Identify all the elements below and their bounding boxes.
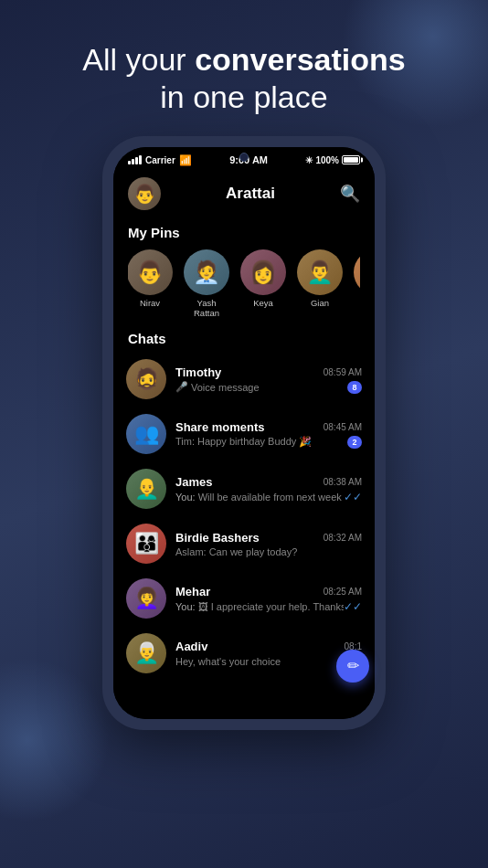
- pin-name-gian: Gian: [311, 298, 329, 308]
- pins-label: My Pins: [128, 225, 360, 240]
- search-button[interactable]: 🔍: [340, 184, 360, 204]
- status-right: ✳ 100%: [305, 155, 360, 165]
- status-time: 9:00 AM: [229, 154, 268, 165]
- app-content: 👨 Arattai 🔍 My Pins 👨 Nirav: [113, 170, 375, 719]
- pin-name-yash: YashRattan: [194, 298, 219, 319]
- chat-avatar-mehar: 👩‍🦱: [126, 578, 166, 619]
- chat-info-james: James 08:38 AM You: Will be available fr…: [175, 475, 362, 503]
- phone-camera: [239, 153, 249, 162]
- chat-item-aadiv[interactable]: 👨‍🦳 Aadiv 08:1 Hey, what's your choice 2: [113, 626, 375, 681]
- app-header: 👨 Arattai 🔍: [113, 170, 375, 219]
- pin-zara[interactable]: 👩‍🦰 ZaraSinghal: [355, 249, 360, 319]
- chat-preview-row-share-moments: Tim: Happy birthday Buddy 🎉 2: [175, 436, 362, 449]
- chat-name-row-aadiv: Aadiv 08:1: [175, 640, 362, 653]
- pin-avatar-gian: 👨‍🦱: [297, 249, 343, 295]
- you-label-james: You:: [175, 492, 196, 503]
- battery-icon: [342, 155, 360, 164]
- chat-time-share-moments: 08:45 AM: [324, 422, 362, 432]
- chat-preview-share-moments: Tim: Happy birthday Buddy 🎉: [175, 436, 347, 448]
- chat-time-james: 08:38 AM: [324, 477, 362, 487]
- chat-name-row-share-moments: Share moments 08:45 AM: [175, 420, 362, 434]
- chat-avatar-james: 👨‍🦲: [126, 469, 166, 509]
- chat-preview-row-mehar: You: 🖼 I appreciate your help. Thanks ✓✓: [175, 600, 362, 613]
- chat-name-row-mehar: Mehar 08:25 AM: [175, 585, 362, 598]
- phone-frame: Carrier 📶 9:00 AM ✳ 100% 👨 Arattai 🔍: [102, 136, 386, 730]
- chat-avatar-share-moments: 👥: [126, 414, 166, 454]
- compose-icon: ✏: [347, 657, 359, 674]
- pin-avatar-zara: 👩‍🦰: [354, 249, 360, 295]
- chat-preview-mehar: You: 🖼 I appreciate your help. Thanks: [175, 601, 344, 612]
- chat-badge-timothy: 8: [347, 381, 362, 394]
- chat-item-birdie[interactable]: 👨‍👩‍👦 Birdie Bashers 08:32 AM Aslam: Can…: [113, 516, 375, 571]
- chat-avatar-birdie: 👨‍👩‍👦: [126, 524, 166, 564]
- chat-list: 🧔 Timothy 08:59 AM 🎤 Voice message: [113, 352, 375, 714]
- chat-name-share-moments: Share moments: [175, 420, 265, 434]
- chat-avatar-aadiv: 👨‍🦳: [126, 633, 166, 673]
- chat-info-birdie: Birdie Bashers 08:32 AM Aslam: Can we pl…: [175, 531, 362, 557]
- double-tick-james: ✓✓: [344, 491, 362, 503]
- chat-badge-share-moments: 2: [347, 436, 362, 449]
- pin-name-keya: Keya: [253, 298, 273, 308]
- hero-text-bold: conversations: [195, 42, 406, 77]
- double-tick-mehar: ✓✓: [344, 600, 362, 613]
- chat-name-birdie: Birdie Bashers: [175, 531, 260, 545]
- wifi-icon: 📶: [179, 154, 192, 166]
- pin-keya[interactable]: 👩 Keya: [241, 249, 285, 319]
- pin-gian[interactable]: 👨‍🦱 Gian: [298, 249, 342, 319]
- chat-item-mehar[interactable]: 👩‍🦱 Mehar 08:25 AM You: 🖼 I appreciate y…: [113, 571, 375, 626]
- battery-percent: 100%: [315, 155, 339, 165]
- chat-item-share-moments[interactable]: 👥 Share moments 08:45 AM Tim: Happy birt…: [113, 407, 375, 461]
- hero-heading: All your conversations in one place: [55, 41, 432, 116]
- user-avatar[interactable]: 👨: [128, 177, 161, 210]
- chats-section: Chats 🧔 Timothy 08:59 AM: [113, 325, 375, 718]
- chat-name-row-birdie: Birdie Bashers 08:32 AM: [175, 531, 362, 545]
- chat-preview-birdie: Aslam: Can we play today?: [175, 546, 362, 557]
- pin-avatar-keya: 👩: [240, 249, 286, 295]
- chat-time-birdie: 08:32 AM: [324, 533, 362, 543]
- chat-preview-row-timothy: 🎤 Voice message 8: [175, 381, 362, 394]
- chat-preview-james: You: Will be available from next week: [175, 492, 344, 503]
- chat-name-aadiv: Aadiv: [175, 640, 207, 653]
- chat-name-row-james: James 08:38 AM: [175, 475, 362, 489]
- chat-item-timothy[interactable]: 🧔 Timothy 08:59 AM 🎤 Voice message: [113, 352, 375, 407]
- hero-text-line1: All your: [82, 42, 186, 77]
- chat-info-aadiv: Aadiv 08:1 Hey, what's your choice 2: [175, 640, 362, 668]
- chat-name-mehar: Mehar: [175, 585, 210, 598]
- pin-avatar-yash: 🧑‍💼: [184, 249, 229, 295]
- status-left: Carrier 📶: [128, 154, 192, 166]
- chat-time-mehar: 08:25 AM: [324, 587, 362, 597]
- chat-name-james: James: [175, 475, 212, 489]
- chats-label: Chats: [113, 331, 375, 346]
- chat-info-timothy: Timothy 08:59 AM 🎤 Voice message 8: [175, 365, 362, 394]
- chat-info-mehar: Mehar 08:25 AM You: 🖼 I appreciate your …: [175, 585, 362, 613]
- you-label-mehar: You:: [175, 601, 196, 612]
- chat-item-james[interactable]: 👨‍🦲 James 08:38 AM You: Will be availabl…: [113, 461, 375, 516]
- pin-nirav[interactable]: 👨 Nirav: [128, 249, 172, 319]
- chat-preview-timothy: 🎤 Voice message: [175, 381, 347, 393]
- pin-yash[interactable]: 🧑‍💼 YashRattan: [185, 249, 228, 319]
- app-title: Arattai: [226, 185, 275, 203]
- chat-preview-row-aadiv: Hey, what's your choice 2: [175, 655, 362, 668]
- chat-name-row-timothy: Timothy 08:59 AM: [175, 365, 362, 379]
- chat-preview-aadiv: Hey, what's your choice: [175, 656, 347, 667]
- phone-screen: Carrier 📶 9:00 AM ✳ 100% 👨 Arattai 🔍: [113, 147, 375, 719]
- signal-bars: [128, 155, 142, 164]
- chat-info-share-moments: Share moments 08:45 AM Tim: Happy birthd…: [175, 420, 362, 449]
- chat-preview-row-birdie: Aslam: Can we play today?: [175, 546, 362, 557]
- chat-avatar-timothy: 🧔: [126, 359, 166, 399]
- pins-row: 👨 Nirav 🧑‍💼 YashRattan 👩: [128, 249, 360, 319]
- chat-preview-row-james: You: Will be available from next week ✓✓: [175, 491, 362, 503]
- hero-text-line2: in one place: [160, 79, 327, 114]
- pin-name-nirav: Nirav: [140, 298, 160, 308]
- chat-time-timothy: 08:59 AM: [324, 367, 362, 377]
- compose-fab[interactable]: ✏: [336, 650, 369, 683]
- pin-avatar-nirav: 👨: [128, 249, 173, 295]
- bluetooth-icon: ✳: [305, 155, 313, 165]
- mic-icon: 🎤: [175, 381, 188, 393]
- chat-name-timothy: Timothy: [175, 365, 221, 379]
- carrier-label: Carrier: [145, 155, 175, 165]
- pins-section: My Pins 👨 Nirav 🧑‍💼 YashRattan: [113, 219, 375, 326]
